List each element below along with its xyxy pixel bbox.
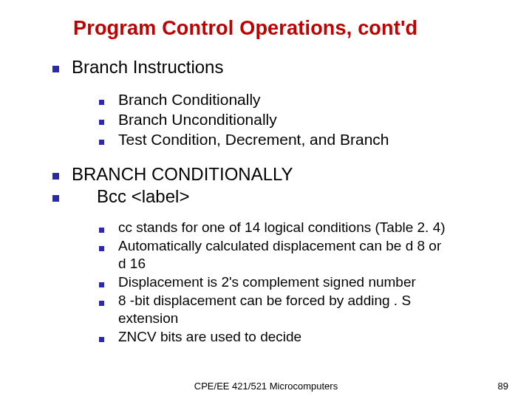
- bullet-icon: [52, 173, 59, 180]
- item-cc-conditions: cc stands for one of 14 logical conditio…: [118, 219, 446, 236]
- slide: Program Control Operations, cont'd Branc…: [0, 0, 532, 399]
- bullet-icon: [52, 66, 59, 72]
- footer-course: CPE/EE 421/521 Microcomputers: [0, 381, 532, 392]
- heading-branch-instructions: Branch Instructions: [72, 57, 223, 78]
- item-displacement-1: Automatically calculated displacement ca…: [118, 238, 441, 254]
- bullet-icon: [99, 337, 104, 342]
- bullet-icon: [99, 301, 104, 306]
- bullet-icon: [99, 228, 104, 233]
- item-displacement-2: d 16: [118, 256, 146, 272]
- item-zncv: ZNCV bits are used to decide: [118, 329, 301, 345]
- heading-bcc-label: Bcc <label>: [97, 186, 189, 207]
- item-test-condition: Test Condition, Decrement, and Branch: [118, 131, 389, 149]
- bullet-icon: [99, 282, 104, 287]
- bullet-icon: [99, 100, 104, 105]
- bullet-icon: [99, 140, 104, 145]
- heading-branch-conditionally: BRANCH CONDITIONALLY: [72, 164, 293, 185]
- bullet-icon: [99, 246, 104, 251]
- item-8bit-1: 8 -bit displacement can be forced by add…: [118, 293, 411, 309]
- slide-title: Program Control Operations, cont'd: [73, 17, 417, 40]
- item-branch-conditionally: Branch Conditionally: [118, 91, 261, 109]
- bullet-icon: [52, 195, 59, 202]
- bullet-icon: [99, 120, 104, 125]
- item-branch-unconditionally: Branch Unconditionally: [118, 111, 277, 129]
- item-twos-complement: Displacement is 2's complement signed nu…: [118, 274, 416, 290]
- footer-page-number: 89: [498, 381, 508, 392]
- item-8bit-2: extension: [118, 310, 178, 327]
